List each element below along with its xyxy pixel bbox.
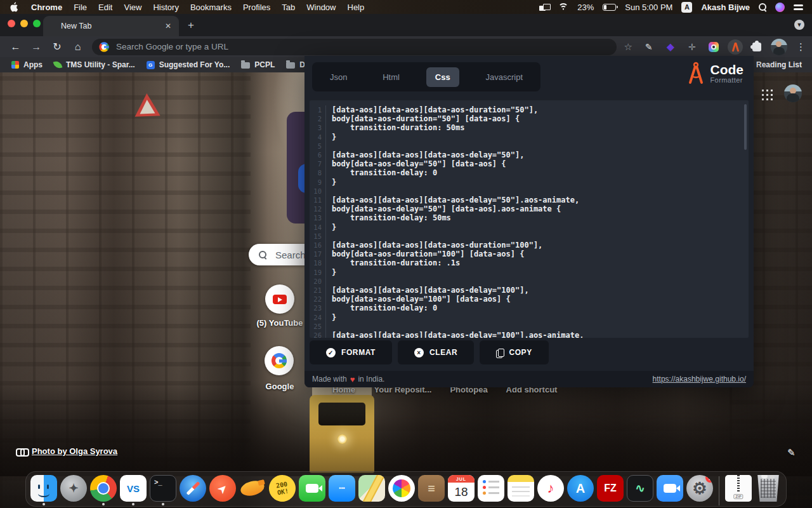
footer-made-with: Made with bbox=[312, 375, 347, 384]
photo-attribution-link[interactable]: Photo by Olga Syrova bbox=[16, 446, 117, 456]
formatter-tab-html[interactable]: Html bbox=[374, 67, 409, 87]
menubar-item-tab[interactable]: Tab bbox=[276, 3, 301, 12]
page-profile-avatar[interactable] bbox=[784, 84, 802, 102]
dock-calendar[interactable]: JUL18 bbox=[448, 475, 475, 507]
browser-profile-avatar[interactable] bbox=[771, 39, 787, 55]
dock-safari[interactable] bbox=[180, 475, 206, 507]
format-button[interactable]: ✓FORMAT bbox=[310, 340, 392, 364]
window-close-button[interactable] bbox=[8, 20, 15, 27]
menubar-item-help[interactable]: Help bbox=[342, 3, 370, 12]
menubar-item-profiles[interactable]: Profiles bbox=[237, 3, 276, 12]
dock-vscode[interactable]: VS bbox=[120, 475, 147, 507]
tab-search-button[interactable]: ▼ bbox=[794, 20, 804, 30]
line-number: 6 bbox=[310, 150, 326, 159]
siri-icon[interactable] bbox=[775, 3, 785, 12]
google-icon bbox=[272, 353, 287, 368]
battery-icon[interactable] bbox=[603, 4, 616, 11]
menubar-clock[interactable]: Sun 5:00 PM bbox=[625, 3, 672, 12]
author-link[interactable]: https://akashbijwe.github.io/ bbox=[653, 375, 746, 384]
formatter-tab-json[interactable]: Json bbox=[321, 67, 356, 87]
dock-terminal[interactable]: >_ bbox=[150, 475, 176, 507]
line-number: 26 bbox=[310, 331, 326, 338]
code-editor-area[interactable]: 1[data-aos][data-aos][data-aos-duration=… bbox=[310, 100, 749, 338]
customize-page-pencil-icon[interactable]: ✎ bbox=[787, 447, 796, 458]
clear-button[interactable]: ×CLEAR bbox=[398, 340, 474, 364]
new-tab-button[interactable]: + bbox=[188, 19, 194, 32]
compass-logo-icon bbox=[686, 61, 705, 85]
tab-new-tab[interactable]: New Tab ✕ bbox=[43, 16, 179, 36]
bookmark-pcpl[interactable]: PCPL bbox=[241, 60, 275, 69]
pen-extension-icon[interactable]: ✎ bbox=[641, 39, 657, 55]
forward-button[interactable]: → bbox=[31, 41, 42, 53]
shortcut-youtube[interactable] bbox=[265, 284, 294, 314]
spotlight-search-icon[interactable] bbox=[759, 3, 766, 11]
dock-launchpad[interactable]: ✦ bbox=[60, 475, 87, 507]
tab-close-icon[interactable]: ✕ bbox=[165, 22, 171, 30]
dock-messages[interactable]: ••• bbox=[329, 475, 355, 507]
menubar-item-edit[interactable]: Edit bbox=[93, 3, 118, 12]
home-button[interactable]: ⌂ bbox=[72, 41, 83, 53]
reload-button[interactable]: ↻ bbox=[52, 41, 63, 53]
code-scrollbar-thumb[interactable] bbox=[744, 104, 747, 150]
bookmark-tms-utility-spar[interactable]: TMS Utility - Spar... bbox=[54, 60, 135, 69]
dock-photos[interactable] bbox=[388, 475, 415, 507]
dock-filezilla[interactable]: FZ bbox=[597, 475, 624, 507]
move-crosshair-extension-icon[interactable]: ✛ bbox=[684, 39, 700, 55]
displays-icon[interactable] bbox=[539, 4, 549, 11]
bookmark-suggested-for-yo[interactable]: GSuggested For Yo... bbox=[147, 60, 230, 69]
bookmark-folder-icon bbox=[241, 62, 250, 69]
youtube-icon bbox=[273, 295, 287, 304]
extensions-puzzle-icon[interactable] bbox=[749, 39, 764, 55]
chrome-menu-icon[interactable]: ⋮ bbox=[796, 41, 806, 53]
back-button[interactable]: ← bbox=[10, 41, 21, 53]
formatter-tab-css[interactable]: Css bbox=[426, 67, 459, 87]
dock-system-preferences[interactable]: ⚙1 bbox=[686, 475, 713, 507]
dock-trash[interactable] bbox=[755, 475, 782, 507]
dock-zoom[interactable] bbox=[657, 475, 683, 507]
input-source-badge[interactable]: A bbox=[681, 2, 692, 13]
dock-activity-monitor[interactable]: ∿ bbox=[627, 475, 653, 507]
dock-notes[interactable] bbox=[508, 475, 534, 507]
cube-extension-icon[interactable]: ◆ bbox=[663, 39, 678, 55]
dock-facetime[interactable] bbox=[299, 475, 325, 507]
dock-chrome[interactable] bbox=[90, 475, 117, 507]
dock-zip-file[interactable] bbox=[725, 475, 752, 507]
omnibox-address-bar[interactable]: Search Google or type a URL bbox=[92, 39, 617, 55]
code-line: 9} bbox=[310, 178, 749, 187]
code-text: body[data-aos-duration="50"] [data-aos] … bbox=[326, 114, 520, 123]
dock-zeplin[interactable] bbox=[239, 475, 266, 507]
code-line: 14} bbox=[310, 223, 749, 232]
menubar-item-chrome[interactable]: Chrome bbox=[25, 3, 68, 12]
dock-rocket-app[interactable]: ➤ bbox=[209, 475, 236, 507]
dock-app-store[interactable]: A bbox=[567, 475, 594, 507]
dock-finder[interactable] bbox=[30, 475, 57, 507]
line-number: 12 bbox=[310, 204, 326, 213]
wifi-icon[interactable] bbox=[558, 3, 568, 11]
shortcut-google[interactable] bbox=[265, 346, 294, 375]
bookmark-star-icon[interactable]: ☆ bbox=[624, 41, 632, 53]
window-minimize-button[interactable] bbox=[20, 20, 28, 27]
logged-in-user[interactable]: Akash Bijwe bbox=[701, 3, 750, 12]
formatter-tab-javascript[interactable]: Javascript bbox=[477, 67, 532, 87]
search-icon bbox=[259, 251, 266, 258]
window-zoom-button[interactable] bbox=[33, 20, 41, 27]
control-center-icon[interactable] bbox=[794, 4, 803, 10]
battery-percent: 23% bbox=[577, 3, 594, 12]
code-formatter-extension-icon[interactable] bbox=[728, 39, 743, 55]
camera-extension-icon[interactable] bbox=[706, 39, 721, 55]
dock-http-200-ok-sticker[interactable]: 200OK! bbox=[269, 475, 296, 507]
dock-music[interactable]: ♪ bbox=[537, 475, 564, 507]
dock-maps[interactable] bbox=[358, 475, 385, 507]
dock-contacts[interactable]: ≡ bbox=[418, 475, 445, 507]
apple-menu-icon[interactable] bbox=[10, 2, 19, 12]
menubar-item-file[interactable]: File bbox=[68, 3, 93, 12]
bookmark-apps[interactable]: Apps bbox=[11, 60, 43, 69]
copy-button[interactable]: COPY bbox=[480, 340, 548, 364]
code-text: body[data-aos-delay="100"] [data-aos] { bbox=[326, 295, 511, 304]
menubar-item-window[interactable]: Window bbox=[301, 3, 341, 12]
google-apps-grid-icon[interactable] bbox=[761, 88, 773, 101]
menubar-item-bookmarks[interactable]: Bookmarks bbox=[185, 3, 237, 12]
dock-reminders[interactable] bbox=[478, 475, 504, 507]
menubar-item-view[interactable]: View bbox=[118, 3, 147, 12]
menubar-item-history[interactable]: History bbox=[147, 3, 184, 12]
